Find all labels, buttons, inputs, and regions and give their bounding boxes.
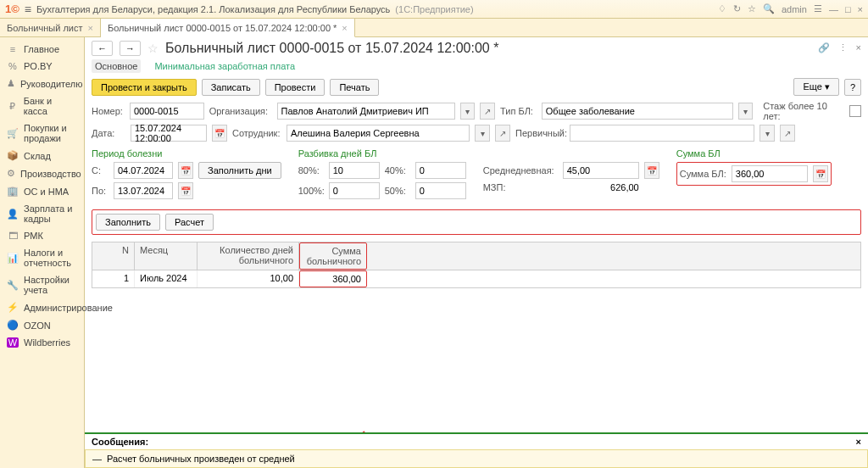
col-month[interactable]: Месяц: [135, 242, 198, 270]
percent-icon: %: [7, 61, 19, 71]
page-title: Больничный лист 0000-0015 от 15.07.2024 …: [165, 41, 498, 56]
type-field[interactable]: Общее заболевание: [542, 103, 733, 120]
open-icon[interactable]: ↗: [495, 125, 510, 142]
calc-icon[interactable]: 📅: [813, 165, 828, 182]
col-sum[interactable]: Сумма больничного: [299, 242, 367, 270]
close-messages-icon[interactable]: ×: [856, 437, 861, 447]
search-icon[interactable]: 🔍: [763, 3, 775, 14]
minimize-icon[interactable]: —: [829, 4, 838, 14]
age-label: Стаж более 10 лет:: [763, 101, 844, 121]
to-field[interactable]: 13.07.2024: [114, 182, 173, 199]
fill-days-button[interactable]: Заполнить дни: [198, 162, 281, 179]
calendar-icon[interactable]: 📅: [212, 125, 227, 142]
col-days[interactable]: Количество дней больничного: [198, 242, 299, 270]
sidebar-item-poby[interactable]: %PO.BY: [0, 58, 84, 75]
home-icon: ≡: [7, 44, 19, 54]
calendar-icon[interactable]: 📅: [178, 162, 193, 179]
close-icon[interactable]: ×: [87, 23, 92, 33]
sidebar-item-manager[interactable]: ♟Руководителю: [0, 75, 84, 92]
settings-icon[interactable]: ☰: [814, 3, 822, 14]
sidebar-item-salary[interactable]: 👤Зарплата и кадры: [0, 200, 84, 227]
sidebar-item-bank[interactable]: ₽Банк и касса: [0, 92, 84, 120]
mzp-label: МЗП:: [483, 182, 558, 192]
link-icon[interactable]: 🔗: [818, 42, 830, 53]
person-icon: 👤: [7, 209, 19, 220]
user-label[interactable]: admin: [782, 4, 807, 14]
history-icon[interactable]: ↻: [733, 3, 741, 14]
from-label: С:: [92, 165, 108, 176]
p100-field[interactable]: 0: [329, 182, 380, 199]
type-label: Тип БЛ:: [500, 106, 537, 116]
chess-icon: ♟: [7, 78, 15, 89]
post-button[interactable]: Провести: [265, 79, 326, 96]
sidebar-item-rmk[interactable]: 🗔РМК: [0, 227, 84, 244]
tab-list[interactable]: Больничный лист×: [0, 19, 101, 36]
p40-label: 40%:: [385, 165, 410, 176]
number-field[interactable]: 0000-0015: [130, 103, 204, 120]
sidebar-item-ozon[interactable]: 🔵OZON: [0, 316, 84, 334]
building-icon: 🏢: [7, 186, 19, 197]
dropdown-icon[interactable]: ▾: [460, 103, 476, 120]
bell-icon[interactable]: ♢: [718, 3, 726, 14]
print-button[interactable]: Печать: [330, 79, 379, 96]
col-n[interactable]: N: [92, 242, 135, 270]
maximize-icon[interactable]: □: [845, 4, 851, 14]
p40-field[interactable]: 0: [415, 162, 466, 179]
calendar-icon[interactable]: 📅: [178, 182, 193, 199]
menu-icon[interactable]: ≡: [25, 3, 31, 16]
subtab-main[interactable]: Основное: [92, 59, 141, 73]
more-button[interactable]: Еще ▾: [793, 78, 838, 96]
open-icon[interactable]: ↗: [480, 103, 495, 120]
post-close-button[interactable]: Провести и закрыть: [92, 79, 197, 96]
sidebar-item-production[interactable]: ⚙Производство: [0, 164, 84, 182]
org-field[interactable]: Павлов Анатолий Дмитриевич ИП: [277, 103, 455, 120]
nav-back[interactable]: ←: [92, 41, 113, 56]
fill-button[interactable]: Заполнить: [96, 214, 160, 231]
sidebar-item-warehouse[interactable]: 📦Склад: [0, 147, 84, 164]
age-checkbox[interactable]: [849, 105, 861, 117]
ozon-icon: 🔵: [7, 320, 19, 331]
p50-field[interactable]: 0: [415, 182, 466, 199]
sum-title: Сумма БЛ: [676, 148, 832, 159]
app-mode: (1С:Предприятие): [395, 4, 473, 14]
titlebar: 1© ≡ Бухгалтерия для Беларуси, редакция …: [0, 0, 868, 19]
dropdown-icon[interactable]: ▾: [760, 125, 775, 142]
close-form-icon[interactable]: ×: [856, 42, 861, 53]
dropdown-icon[interactable]: ▾: [738, 103, 754, 120]
sidebar-item-settings[interactable]: 🔧Настройки учета: [0, 271, 84, 298]
calc-icon[interactable]: 📅: [644, 162, 659, 179]
more-icon[interactable]: ⋮: [838, 42, 848, 53]
save-button[interactable]: Записать: [202, 79, 260, 96]
date-field[interactable]: 15.07.2024 12:00:00: [131, 125, 207, 142]
table-row[interactable]: 1 Июль 2024 10,00 360,00: [92, 270, 860, 287]
sidebar-item-wb[interactable]: WWildberries: [0, 334, 84, 351]
sidebar-item-taxes[interactable]: 📊Налоги и отчетность: [0, 244, 84, 271]
primary-field[interactable]: [570, 125, 754, 142]
sidebar-item-admin[interactable]: ⚡Администрирование: [0, 298, 84, 316]
sidebar-item-sales[interactable]: 🛒Покупки и продажи: [0, 120, 84, 147]
sum-field[interactable]: 360,00: [732, 165, 808, 182]
from-field[interactable]: 04.07.2024: [114, 162, 173, 179]
split-title: Разбивка дней БЛ: [298, 148, 466, 159]
favorite-icon[interactable]: ☆: [748, 3, 756, 14]
close-icon[interactable]: ×: [858, 4, 863, 14]
tab-document[interactable]: Больничный лист 0000-0015 от 15.07.2024 …: [101, 19, 355, 37]
wb-icon: W: [7, 337, 19, 348]
box-icon: 📦: [7, 150, 19, 161]
calc-button[interactable]: Расчет: [165, 214, 214, 231]
avg-field[interactable]: 45,00: [563, 162, 639, 179]
emp-label: Сотрудник:: [232, 128, 281, 138]
emp-field[interactable]: Алешина Валерия Сергеевна: [287, 125, 470, 142]
sidebar-item-assets[interactable]: 🏢ОС и НМА: [0, 182, 84, 200]
nav-fwd[interactable]: →: [120, 41, 141, 56]
wrench-icon: 🔧: [7, 280, 19, 291]
open-icon[interactable]: ↗: [780, 125, 795, 142]
money-icon: ₽: [7, 101, 19, 112]
sidebar-item-main[interactable]: ≡Главное: [0, 41, 84, 58]
subtab-mzp[interactable]: Минимальная заработная плата: [151, 59, 298, 73]
help-button[interactable]: ?: [844, 79, 861, 96]
dropdown-icon[interactable]: ▾: [475, 125, 490, 142]
star-icon[interactable]: ☆: [147, 42, 159, 55]
close-icon[interactable]: ×: [342, 23, 347, 33]
p80-field[interactable]: 10: [329, 162, 380, 179]
